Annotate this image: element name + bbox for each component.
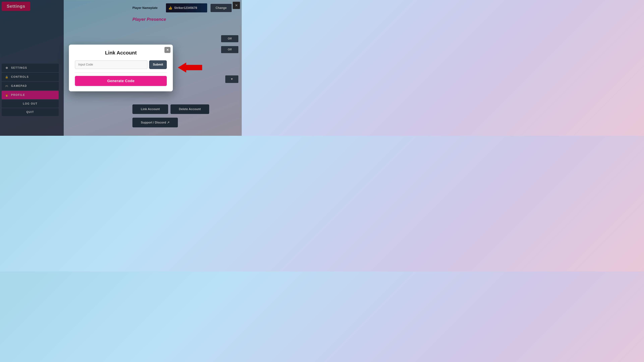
code-input[interactable] — [75, 60, 148, 69]
link-account-modal: ✕ Link Account Submit Generate Code — [69, 44, 173, 91]
submit-button[interactable]: Submit — [149, 60, 167, 69]
generate-code-button[interactable]: Generate Code — [75, 76, 167, 86]
modal-close-button[interactable]: ✕ — [164, 47, 170, 53]
modal-close-icon: ✕ — [166, 48, 169, 52]
modal-wrapper: ✕ Link Account Submit Generate Code — [69, 44, 173, 91]
modal-title: Link Account — [75, 50, 167, 56]
red-arrow — [178, 62, 202, 72]
arrow-head — [178, 62, 186, 72]
modal-input-row: Submit — [75, 60, 167, 69]
modal-overlay: ✕ Link Account Submit Generate Code — [0, 0, 242, 136]
arrow-body — [186, 65, 202, 70]
